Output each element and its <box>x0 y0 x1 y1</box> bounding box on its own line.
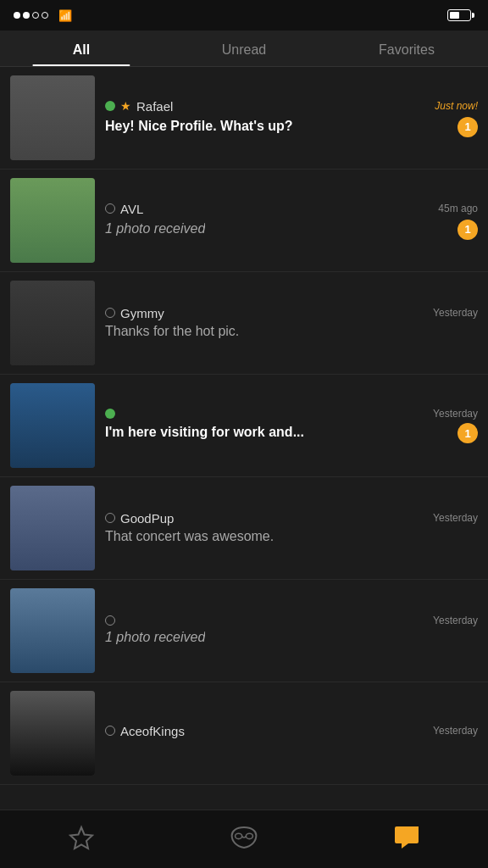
sender-info: AVL <box>105 202 143 216</box>
sender-name: AceofKings <box>120 724 185 738</box>
message-time: 45m ago <box>438 203 478 214</box>
message-header: GymmyYesterday <box>105 306 478 320</box>
unread-badge: 1 <box>458 220 478 240</box>
offline-indicator <box>105 308 115 318</box>
status-left: 📶 <box>14 9 72 22</box>
message-preview: 1 photo received <box>105 630 205 645</box>
offline-indicator <box>105 615 115 626</box>
bottom-nav <box>0 810 488 868</box>
online-indicator <box>105 409 115 419</box>
sender-name: AVL <box>120 202 143 216</box>
tab-favorites[interactable]: Favorites <box>325 31 488 66</box>
message-preview: Thanks for the hot pic. <box>105 324 239 339</box>
avatar <box>10 383 95 468</box>
message-item[interactable]: Yesterday1 photo received <box>0 580 488 682</box>
message-content: ★RafaelJust now!Hey! Nice Profile. What'… <box>105 75 478 160</box>
message-content: GymmyYesterdayThanks for the hot pic. <box>105 281 478 365</box>
tab-all[interactable]: All <box>0 31 163 66</box>
avatar <box>10 178 95 263</box>
sender-info: AceofKings <box>105 724 185 738</box>
avatar <box>10 691 95 776</box>
battery-icon <box>447 9 474 21</box>
message-content: AVL45m ago1 photo received1 <box>105 178 478 263</box>
unread-badge: 1 <box>458 117 478 137</box>
status-right <box>442 9 474 21</box>
online-indicator <box>105 101 115 111</box>
dot2 <box>23 12 30 19</box>
message-item[interactable]: AceofKingsYesterday <box>0 682 488 785</box>
message-time: Yesterday <box>433 307 478 319</box>
mask-icon <box>230 826 258 849</box>
message-time: Yesterday <box>433 408 478 420</box>
nav-favorites[interactable] <box>56 821 107 854</box>
preview-row: 1 photo received <box>105 630 478 647</box>
message-header: GoodPupYesterday <box>105 511 478 526</box>
message-time: Yesterday <box>433 615 478 626</box>
message-header: ★RafaelJust now! <box>105 99 478 114</box>
sender-name: GoodPup <box>120 511 174 526</box>
message-preview: I'm here visiting for work and... <box>105 425 304 440</box>
offline-indicator <box>105 726 115 736</box>
preview-row: I'm here visiting for work and...1 <box>105 423 478 443</box>
offline-indicator <box>105 513 115 523</box>
status-bar: 📶 <box>0 0 488 31</box>
sender-name: Gymmy <box>120 306 164 320</box>
wifi-icon: 📶 <box>58 9 72 22</box>
message-item[interactable]: YesterdayI'm here visiting for work and.… <box>0 375 488 477</box>
preview-row: 1 photo received1 <box>105 220 478 240</box>
svg-marker-0 <box>70 827 92 849</box>
tab-bar: All Unread Favorites <box>0 31 488 67</box>
message-time: Yesterday <box>433 725 478 737</box>
dot1 <box>14 12 20 19</box>
message-preview: 1 photo received <box>105 221 205 236</box>
message-content: AceofKingsYesterday <box>105 691 478 776</box>
message-item[interactable]: GymmyYesterdayThanks for the hot pic. <box>0 272 488 375</box>
unread-badge: 1 <box>458 423 478 443</box>
dot3 <box>32 12 39 19</box>
message-header: AceofKingsYesterday <box>105 724 478 738</box>
message-header: Yesterday <box>105 408 478 420</box>
avatar <box>10 75 95 160</box>
preview-row <box>105 742 478 743</box>
sender-info <box>105 615 115 626</box>
dot4 <box>42 12 48 19</box>
preview-row: Hey! Nice Profile. What's up?1 <box>105 117 478 137</box>
nav-home[interactable] <box>219 821 269 854</box>
sender-info: Gymmy <box>105 306 164 320</box>
message-header: Yesterday <box>105 615 478 626</box>
message-content: Yesterday1 photo received <box>105 588 478 673</box>
message-time: Just now! <box>435 100 478 112</box>
message-list: ★RafaelJust now!Hey! Nice Profile. What'… <box>0 67 488 844</box>
sender-info <box>105 409 115 419</box>
message-content: YesterdayI'm here visiting for work and.… <box>105 383 478 468</box>
message-item[interactable]: GoodPupYesterdayThat concert was awesome… <box>0 477 488 580</box>
star-icon <box>69 825 94 850</box>
avatar <box>10 588 95 673</box>
svg-point-1 <box>236 833 242 838</box>
avatar <box>10 281 95 365</box>
sender-name: Rafael <box>136 99 173 114</box>
tab-unread[interactable]: Unread <box>163 31 325 66</box>
message-content: GoodPupYesterdayThat concert was awesome… <box>105 486 478 570</box>
offline-indicator <box>105 203 115 214</box>
message-time: Yesterday <box>433 512 478 524</box>
signal-dots <box>14 12 48 19</box>
message-preview: That concert was awesome. <box>105 529 274 544</box>
message-header: AVL45m ago <box>105 202 478 216</box>
svg-point-2 <box>246 833 252 838</box>
message-item[interactable]: ★RafaelJust now!Hey! Nice Profile. What'… <box>0 67 488 170</box>
sender-info: GoodPup <box>105 511 174 526</box>
message-preview: Hey! Nice Profile. What's up? <box>105 119 293 134</box>
message-item[interactable]: AVL45m ago1 photo received1 <box>0 170 488 272</box>
chat-icon <box>393 825 420 850</box>
preview-row: Thanks for the hot pic. <box>105 324 478 341</box>
avatar <box>10 486 95 570</box>
favorite-star-icon: ★ <box>120 99 131 113</box>
nav-messages[interactable] <box>381 821 432 854</box>
preview-row: That concert was awesome. <box>105 529 478 546</box>
sender-info: ★Rafael <box>105 99 173 114</box>
